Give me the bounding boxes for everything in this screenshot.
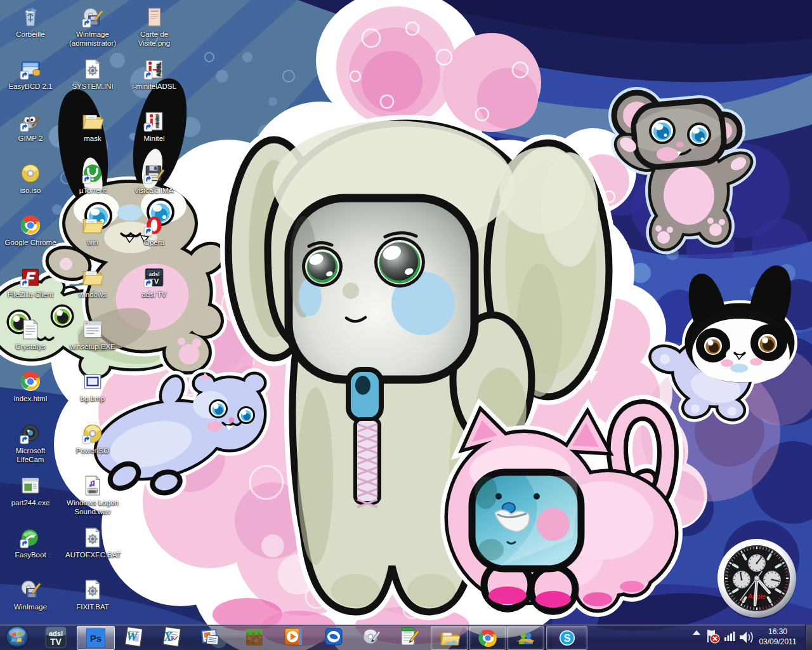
svg-text:S: S bbox=[563, 633, 570, 644]
svg-text:W: W bbox=[126, 629, 138, 643]
svg-text:TV: TV bbox=[50, 637, 62, 647]
svg-text:minitel: minitel bbox=[154, 114, 160, 128]
svg-text:Ps: Ps bbox=[90, 633, 102, 644]
svg-text:X: X bbox=[163, 630, 173, 644]
svg-text:ADSL: ADSL bbox=[155, 62, 162, 77]
svg-text:WAV: WAV bbox=[89, 489, 97, 493]
